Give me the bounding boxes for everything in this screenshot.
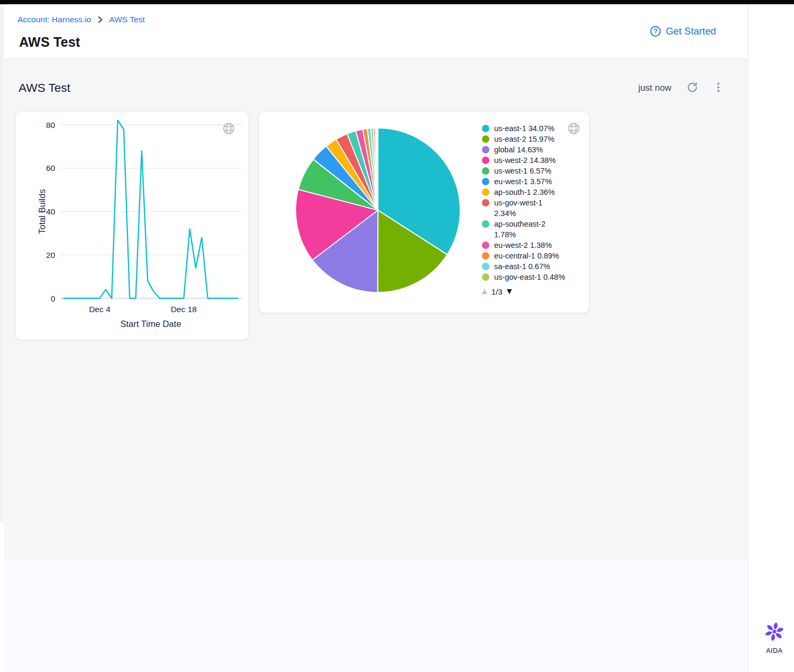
refresh-icon — [686, 81, 698, 95]
legend-item-sa-east-1[interactable]: sa-east-1 0.67% — [482, 261, 568, 272]
legend-label: us-gov-west-1 2.34% — [494, 197, 566, 219]
page-header: Account: Harness.io AWS Test AWS Test ? … — [4, 4, 748, 59]
legend-dot — [482, 146, 489, 153]
legend-label: eu-west-1 3.57% — [494, 176, 566, 187]
globe-icon[interactable] — [222, 122, 236, 137]
legend-dot — [482, 135, 489, 143]
legend-item-us-gov-east-1[interactable]: us-gov-east-1 0.48% — [482, 272, 568, 282]
legend-dot — [482, 199, 489, 206]
svg-text:60: 60 — [46, 163, 56, 173]
dashboard-tiles: 020406080Dec 4Dec 18Start Time DateTotal… — [16, 112, 589, 340]
help-question-icon: ? — [650, 26, 661, 37]
more-options-button[interactable] — [713, 82, 723, 94]
pie-legend: us-east-1 34.07%us-east-2 15.97%global 1… — [482, 123, 568, 282]
legend-dot — [482, 125, 489, 132]
pager-down-icon[interactable]: ▼ — [505, 287, 514, 296]
svg-text:20: 20 — [46, 251, 56, 260]
top-black-bar — [0, 0, 794, 4]
legend-item-us-east-2[interactable]: us-east-2 15.97% — [482, 134, 568, 144]
svg-text:Dec 4: Dec 4 — [89, 305, 111, 314]
total-builds-line-chart[interactable]: 020406080Dec 4Dec 18Start Time DateTotal… — [16, 112, 248, 340]
breadcrumb-current-link[interactable]: AWS Test — [109, 15, 145, 24]
legend-label: global 14.63% — [494, 144, 566, 155]
legend-label: us-west-1 6.57% — [494, 166, 566, 176]
lower-background-area — [4, 560, 748, 672]
legend-item-us-west-1[interactable]: us-west-1 6.57% — [482, 166, 568, 176]
svg-text:40: 40 — [46, 207, 56, 216]
chevron-right-icon — [97, 16, 103, 23]
page-title: AWS Test — [19, 35, 80, 50]
legend-dot — [482, 263, 489, 270]
aida-widget[interactable]: AIDA — [759, 621, 790, 654]
legend-item-us-gov-west-1[interactable]: us-gov-west-1 2.34% — [482, 197, 568, 219]
legend-item-eu-west-1[interactable]: eu-west-1 3.57% — [482, 176, 568, 187]
dashboard-header-row: AWS Test just now — [19, 79, 723, 97]
aida-label: AIDA — [759, 647, 790, 654]
region-pie-chart[interactable] — [294, 126, 462, 294]
dashboard-content: AWS Test just now 020406080Dec 4Dec 18St… — [4, 59, 748, 560]
legend-dot — [482, 167, 489, 175]
legend-item-ap-south-1[interactable]: ap-south-1 2.36% — [482, 187, 568, 197]
legend-label: ap-southeast-2 1.78% — [494, 219, 566, 240]
legend-dot — [482, 188, 489, 196]
svg-text:Dec 18: Dec 18 — [171, 305, 197, 314]
svg-text:80: 80 — [46, 120, 56, 130]
legend-dot — [482, 273, 489, 281]
legend-label: eu-central-1 0.89% — [494, 251, 566, 261]
aida-pinwheel-icon — [764, 635, 785, 644]
last-refreshed-text: just now — [638, 83, 671, 93]
pager-up-icon[interactable]: ▲ — [480, 287, 489, 296]
kebab-menu-icon — [713, 82, 723, 94]
pager-label: 1/3 — [491, 287, 503, 296]
legend-item-eu-central-1[interactable]: eu-central-1 0.89% — [482, 251, 568, 261]
legend-label: us-east-1 34.07% — [494, 123, 566, 134]
get-started-label: Get Started — [666, 25, 716, 37]
region-pie-chart-card: us-east-1 34.07%us-east-2 15.97%global 1… — [259, 112, 589, 313]
legend-item-ap-southeast-2[interactable]: ap-southeast-2 1.78% — [482, 219, 568, 240]
legend-pager: ▲ 1/3 ▼ — [480, 287, 514, 296]
legend-dot — [482, 178, 489, 185]
svg-text:0: 0 — [50, 294, 55, 303]
left-edge-strip — [0, 4, 4, 523]
legend-dot — [482, 220, 489, 228]
legend-label: ap-south-1 2.36% — [494, 187, 566, 197]
svg-text:Start Time Date: Start Time Date — [120, 319, 182, 329]
legend-item-us-east-1[interactable]: us-east-1 34.07% — [482, 123, 568, 134]
legend-label: eu-west-2 1.38% — [494, 240, 566, 251]
legend-item-global[interactable]: global 14.63% — [482, 144, 568, 155]
refresh-button[interactable] — [686, 81, 698, 95]
get-started-link[interactable]: ? Get Started — [650, 25, 716, 37]
legend-dot — [482, 242, 489, 249]
legend-label: us-west-2 14.38% — [494, 155, 566, 166]
svg-text:Total Builds: Total Builds — [37, 189, 47, 234]
main-panel: Account: Harness.io AWS Test AWS Test ? … — [4, 4, 748, 672]
legend-label: us-east-2 15.97% — [494, 134, 566, 144]
legend-dot — [482, 252, 489, 260]
breadcrumb-account-link[interactable]: Account: Harness.io — [18, 15, 91, 24]
legend-dot — [482, 157, 489, 164]
legend-item-us-west-2[interactable]: us-west-2 14.38% — [482, 155, 568, 166]
legend-item-eu-west-2[interactable]: eu-west-2 1.38% — [482, 240, 568, 251]
dashboard-title: AWS Test — [19, 81, 71, 95]
breadcrumb: Account: Harness.io AWS Test — [18, 15, 145, 24]
legend-label: us-gov-east-1 0.48% — [494, 272, 566, 282]
legend-label: sa-east-1 0.67% — [494, 261, 566, 272]
globe-icon[interactable] — [567, 122, 581, 137]
total-builds-line-chart-card: 020406080Dec 4Dec 18Start Time DateTotal… — [16, 112, 248, 340]
